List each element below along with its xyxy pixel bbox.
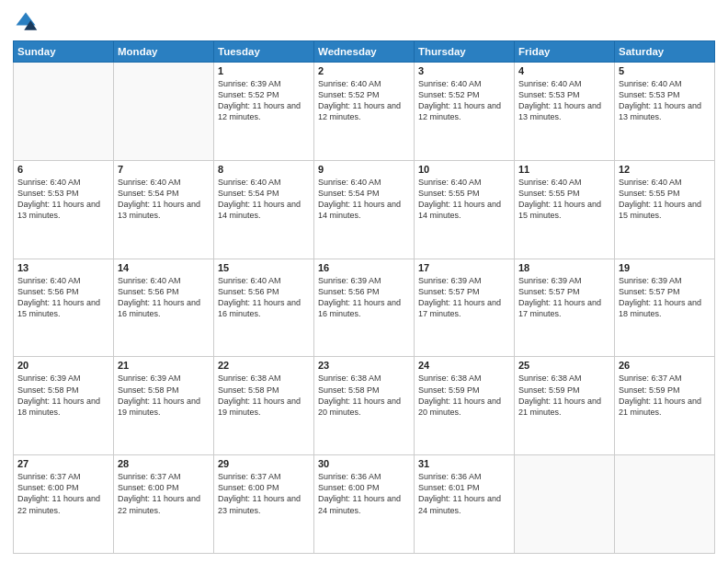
calendar-cell: 17Sunrise: 6:39 AMSunset: 5:57 PMDayligh… [415,259,515,357]
day-number: 21 [118,360,210,371]
calendar-cell: 7Sunrise: 6:40 AMSunset: 5:54 PMDaylight… [114,160,214,259]
day-number: 15 [218,262,310,273]
day-info: Sunrise: 6:38 AMSunset: 5:58 PMDaylight:… [218,373,310,418]
calendar-cell [114,63,214,161]
day-info: Sunrise: 6:40 AMSunset: 5:53 PMDaylight:… [17,177,109,222]
day-number: 16 [318,262,410,273]
day-number: 31 [418,458,510,469]
day-info: Sunrise: 6:39 AMSunset: 5:52 PMDaylight:… [218,78,310,123]
day-number: 18 [518,262,610,273]
calendar-cell: 18Sunrise: 6:39 AMSunset: 5:57 PMDayligh… [515,259,615,357]
col-header-monday: Monday [114,41,214,63]
week-row-1: 1Sunrise: 6:39 AMSunset: 5:52 PMDaylight… [14,63,715,161]
calendar-cell [515,455,615,554]
calendar-cell: 16Sunrise: 6:39 AMSunset: 5:56 PMDayligh… [314,259,415,357]
calendar-cell: 8Sunrise: 6:40 AMSunset: 5:54 PMDaylight… [214,160,314,259]
day-info: Sunrise: 6:39 AMSunset: 5:57 PMDaylight:… [518,275,610,320]
calendar-cell: 20Sunrise: 6:39 AMSunset: 5:58 PMDayligh… [14,357,114,455]
calendar-cell: 11Sunrise: 6:40 AMSunset: 5:55 PMDayligh… [515,160,615,259]
day-number: 9 [318,164,410,175]
day-number: 11 [518,164,610,175]
calendar-cell: 31Sunrise: 6:36 AMSunset: 6:01 PMDayligh… [415,455,515,554]
calendar-cell: 14Sunrise: 6:40 AMSunset: 5:56 PMDayligh… [114,259,214,357]
calendar-cell: 21Sunrise: 6:39 AMSunset: 5:58 PMDayligh… [114,357,214,455]
day-info: Sunrise: 6:40 AMSunset: 5:54 PMDaylight:… [318,177,410,222]
calendar-cell: 5Sunrise: 6:40 AMSunset: 5:53 PMDaylight… [615,63,715,161]
day-info: Sunrise: 6:36 AMSunset: 6:00 PMDaylight:… [318,471,410,516]
day-info: Sunrise: 6:40 AMSunset: 5:54 PMDaylight:… [218,177,310,222]
calendar-cell: 3Sunrise: 6:40 AMSunset: 5:52 PMDaylight… [415,63,515,161]
day-number: 17 [418,262,510,273]
day-info: Sunrise: 6:40 AMSunset: 5:52 PMDaylight:… [318,78,410,123]
day-number: 6 [17,164,109,175]
day-number: 4 [518,65,610,76]
day-info: Sunrise: 6:39 AMSunset: 5:58 PMDaylight:… [17,373,109,418]
day-info: Sunrise: 6:37 AMSunset: 6:00 PMDaylight:… [118,471,210,516]
day-info: Sunrise: 6:39 AMSunset: 5:57 PMDaylight:… [619,275,711,320]
day-info: Sunrise: 6:40 AMSunset: 5:55 PMDaylight:… [518,177,610,222]
calendar-cell: 10Sunrise: 6:40 AMSunset: 5:55 PMDayligh… [415,160,515,259]
calendar-cell [14,63,114,161]
day-info: Sunrise: 6:40 AMSunset: 5:54 PMDaylight:… [118,177,210,222]
day-number: 29 [218,458,310,469]
calendar-cell: 27Sunrise: 6:37 AMSunset: 6:00 PMDayligh… [14,455,114,554]
day-info: Sunrise: 6:39 AMSunset: 5:58 PMDaylight:… [118,373,210,418]
col-header-wednesday: Wednesday [314,41,415,63]
calendar-cell: 23Sunrise: 6:38 AMSunset: 5:58 PMDayligh… [314,357,415,455]
calendar-cell: 22Sunrise: 6:38 AMSunset: 5:58 PMDayligh… [214,357,314,455]
calendar-cell: 6Sunrise: 6:40 AMSunset: 5:53 PMDaylight… [14,160,114,259]
day-number: 25 [518,360,610,371]
day-info: Sunrise: 6:37 AMSunset: 6:00 PMDaylight:… [218,471,310,516]
col-header-saturday: Saturday [615,41,715,63]
calendar-cell: 28Sunrise: 6:37 AMSunset: 6:00 PMDayligh… [114,455,214,554]
day-info: Sunrise: 6:40 AMSunset: 5:52 PMDaylight:… [418,78,510,123]
day-info: Sunrise: 6:36 AMSunset: 6:01 PMDaylight:… [418,471,510,516]
calendar-cell: 12Sunrise: 6:40 AMSunset: 5:55 PMDayligh… [615,160,715,259]
day-info: Sunrise: 6:38 AMSunset: 5:59 PMDaylight:… [518,373,610,418]
col-header-friday: Friday [515,41,615,63]
week-row-4: 20Sunrise: 6:39 AMSunset: 5:58 PMDayligh… [14,357,715,455]
calendar-cell: 30Sunrise: 6:36 AMSunset: 6:00 PMDayligh… [314,455,415,554]
day-number: 12 [619,164,711,175]
calendar-cell: 26Sunrise: 6:37 AMSunset: 5:59 PMDayligh… [615,357,715,455]
calendar-cell [615,455,715,554]
day-info: Sunrise: 6:40 AMSunset: 5:56 PMDaylight:… [118,275,210,320]
day-number: 26 [619,360,711,371]
col-header-tuesday: Tuesday [214,41,314,63]
day-number: 2 [318,65,410,76]
col-header-sunday: Sunday [14,41,114,63]
day-number: 8 [218,164,310,175]
day-number: 19 [619,262,711,273]
calendar-cell: 24Sunrise: 6:38 AMSunset: 5:59 PMDayligh… [415,357,515,455]
day-number: 13 [17,262,109,273]
day-number: 14 [118,262,210,273]
day-info: Sunrise: 6:40 AMSunset: 5:53 PMDaylight:… [619,78,711,123]
day-number: 30 [318,458,410,469]
day-info: Sunrise: 6:37 AMSunset: 6:00 PMDaylight:… [17,471,109,516]
day-number: 24 [418,360,510,371]
week-row-5: 27Sunrise: 6:37 AMSunset: 6:00 PMDayligh… [14,455,715,554]
day-info: Sunrise: 6:40 AMSunset: 5:55 PMDaylight:… [418,177,510,222]
calendar-table: SundayMondayTuesdayWednesdayThursdayFrid… [13,40,715,554]
day-number: 7 [118,164,210,175]
day-number: 3 [418,65,510,76]
calendar-cell: 1Sunrise: 6:39 AMSunset: 5:52 PMDaylight… [214,63,314,161]
day-number: 27 [17,458,109,469]
day-number: 28 [118,458,210,469]
day-info: Sunrise: 6:40 AMSunset: 5:56 PMDaylight:… [17,275,109,320]
day-info: Sunrise: 6:40 AMSunset: 5:56 PMDaylight:… [218,275,310,320]
day-info: Sunrise: 6:38 AMSunset: 5:58 PMDaylight:… [318,373,410,418]
day-number: 1 [218,65,310,76]
calendar-cell: 15Sunrise: 6:40 AMSunset: 5:56 PMDayligh… [214,259,314,357]
calendar-header-row: SundayMondayTuesdayWednesdayThursdayFrid… [14,41,715,63]
calendar-cell: 29Sunrise: 6:37 AMSunset: 6:00 PMDayligh… [214,455,314,554]
calendar-cell: 4Sunrise: 6:40 AMSunset: 5:53 PMDaylight… [515,63,615,161]
week-row-2: 6Sunrise: 6:40 AMSunset: 5:53 PMDaylight… [14,160,715,259]
day-info: Sunrise: 6:38 AMSunset: 5:59 PMDaylight:… [418,373,510,418]
page: SundayMondayTuesdayWednesdayThursdayFrid… [0,0,728,563]
calendar-cell: 13Sunrise: 6:40 AMSunset: 5:56 PMDayligh… [14,259,114,357]
logo [13,9,42,35]
calendar-cell: 9Sunrise: 6:40 AMSunset: 5:54 PMDaylight… [314,160,415,259]
day-info: Sunrise: 6:37 AMSunset: 5:59 PMDaylight:… [619,373,711,418]
week-row-3: 13Sunrise: 6:40 AMSunset: 5:56 PMDayligh… [14,259,715,357]
